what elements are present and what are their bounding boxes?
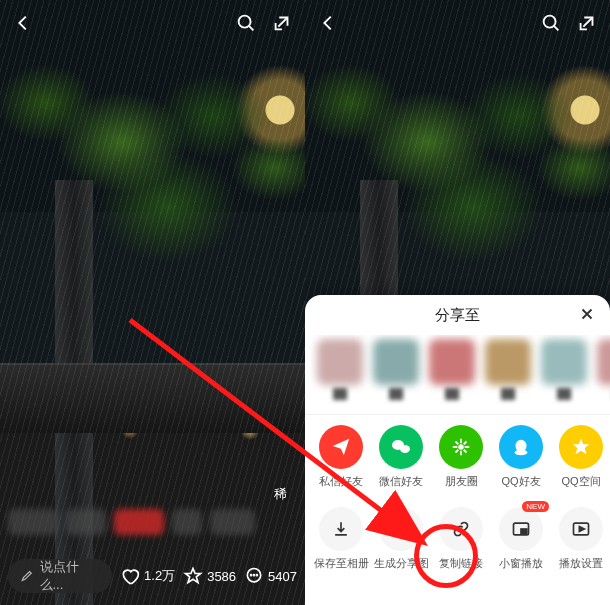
link-icon (439, 507, 483, 551)
share-qzone[interactable]: QQ空间 (557, 425, 605, 489)
sheet-title: 分享至 (435, 306, 480, 325)
left-screenshot: 稀 说点什么... 1.2万 3586 5407 (0, 0, 305, 605)
svg-rect-12 (394, 523, 407, 535)
svg-point-0 (239, 16, 251, 28)
share-label: QQ空间 (561, 474, 600, 489)
comment-count: 5407 (268, 569, 297, 584)
image-icon (379, 507, 423, 551)
qzone-icon (559, 425, 603, 469)
new-badge: NEW (522, 501, 549, 512)
comment-button[interactable]: 5407 (244, 566, 297, 586)
share-targets-row: 私信好友 微信好友 朋友圈 QQ好友 (305, 415, 610, 493)
svg-rect-15 (521, 529, 527, 533)
action-label: 播放设置 (559, 556, 603, 571)
qq-icon (499, 425, 543, 469)
share-qq[interactable]: QQ好友 (497, 425, 545, 489)
contact-item[interactable]: ██ (317, 339, 363, 406)
actions-row: 保存至相册 生成分享图 复制链接 NEW 小窗播放 (305, 493, 610, 577)
action-copy-link[interactable]: 复制链接 (437, 507, 485, 571)
play-settings-icon (559, 507, 603, 551)
share-label: 私信好友 (319, 474, 363, 489)
share-dm[interactable]: 私信好友 (317, 425, 365, 489)
comment-input[interactable]: 说点什么... (8, 559, 112, 593)
paper-plane-icon (319, 425, 363, 469)
top-bar (0, 10, 305, 40)
svg-point-4 (256, 575, 257, 576)
share-label: 微信好友 (379, 474, 423, 489)
svg-point-10 (515, 450, 528, 456)
right-screenshot: 分享至 ██ ██ ██ ██ ██ ██ 私信好友 (305, 0, 610, 605)
search-icon[interactable] (235, 12, 257, 38)
svg-point-7 (400, 445, 410, 453)
bottom-bar: 说点什么... 1.2万 3586 5407 (0, 555, 305, 597)
caption-tags (0, 509, 305, 543)
action-label: 保存至相册 (314, 556, 369, 571)
svg-point-5 (544, 16, 556, 28)
search-icon[interactable] (540, 12, 562, 38)
share-icon[interactable] (576, 12, 598, 38)
action-gen-image[interactable]: 生成分享图 (377, 507, 425, 571)
back-icon[interactable] (12, 12, 34, 38)
action-label: 小窗播放 (499, 556, 543, 571)
action-label: 复制链接 (439, 556, 483, 571)
like-button[interactable]: 1.2万 (120, 566, 175, 586)
share-wechat[interactable]: 微信好友 (377, 425, 425, 489)
svg-point-3 (254, 575, 255, 576)
download-icon (319, 507, 363, 551)
contact-item[interactable]: ██ (597, 339, 610, 406)
contacts-row: ██ ██ ██ ██ ██ ██ (305, 335, 610, 415)
back-icon[interactable] (317, 12, 339, 38)
svg-point-8 (458, 444, 464, 450)
share-sheet: 分享至 ██ ██ ██ ██ ██ ██ 私信好友 (305, 295, 610, 605)
share-icon[interactable] (271, 12, 293, 38)
svg-point-2 (251, 575, 252, 576)
like-count: 1.2万 (144, 567, 175, 585)
contact-item[interactable]: ██ (485, 339, 531, 406)
caption-tail: 稀 (274, 485, 287, 503)
comment-placeholder: 说点什么... (40, 558, 101, 594)
action-save-album[interactable]: 保存至相册 (317, 507, 365, 571)
share-label: 朋友圈 (445, 474, 478, 489)
contact-item[interactable]: ██ (373, 339, 419, 406)
top-bar (305, 10, 610, 40)
sheet-header: 分享至 (305, 295, 610, 335)
fav-button[interactable]: 3586 (183, 566, 236, 586)
close-icon[interactable] (578, 305, 596, 326)
share-moments[interactable]: 朋友圈 (437, 425, 485, 489)
wechat-icon (379, 425, 423, 469)
contact-item[interactable]: ██ (541, 339, 587, 406)
fav-count: 3586 (207, 569, 236, 584)
action-play-settings[interactable]: 播放设置 (557, 507, 605, 571)
contact-item[interactable]: ██ (429, 339, 475, 406)
action-label: 生成分享图 (374, 556, 429, 571)
share-label: QQ好友 (501, 474, 540, 489)
action-pip[interactable]: NEW 小窗播放 (497, 507, 545, 571)
pip-icon: NEW (499, 507, 543, 551)
moments-icon (439, 425, 483, 469)
